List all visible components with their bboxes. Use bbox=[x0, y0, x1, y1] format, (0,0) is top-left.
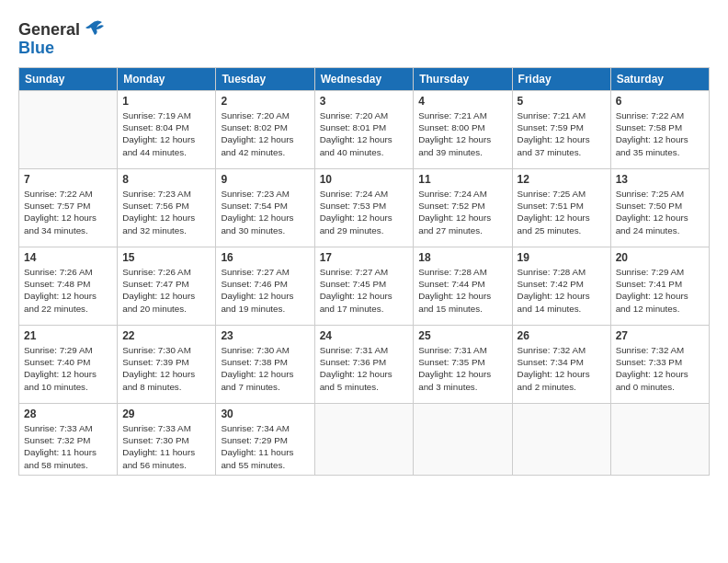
day-number: 3 bbox=[320, 95, 409, 108]
day-header-wednesday: Wednesday bbox=[314, 68, 414, 91]
logo-general: General bbox=[18, 20, 80, 40]
week-row-3: 14Sunrise: 7:26 AM Sunset: 7:48 PM Dayli… bbox=[19, 247, 710, 326]
week-row-2: 7Sunrise: 7:22 AM Sunset: 7:57 PM Daylig… bbox=[19, 169, 710, 247]
day-number: 17 bbox=[320, 251, 409, 264]
day-info: Sunrise: 7:32 AM Sunset: 7:34 PM Dayligh… bbox=[518, 344, 606, 393]
day-info: Sunrise: 7:27 AM Sunset: 7:46 PM Dayligh… bbox=[221, 266, 309, 315]
logo: General Blue bbox=[18, 17, 108, 58]
day-number: 4 bbox=[418, 95, 506, 108]
day-number: 8 bbox=[122, 173, 210, 186]
day-number: 28 bbox=[24, 408, 112, 420]
day-info: Sunrise: 7:30 AM Sunset: 7:39 PM Dayligh… bbox=[122, 344, 210, 393]
calendar-cell: 26Sunrise: 7:32 AM Sunset: 7:34 PM Dayli… bbox=[512, 326, 610, 404]
day-info: Sunrise: 7:34 AM Sunset: 7:29 PM Dayligh… bbox=[221, 422, 309, 471]
day-info: Sunrise: 7:20 AM Sunset: 8:01 PM Dayligh… bbox=[320, 109, 409, 158]
day-info: Sunrise: 7:22 AM Sunset: 7:57 PM Dayligh… bbox=[24, 188, 112, 236]
day-number: 14 bbox=[24, 251, 112, 264]
calendar-cell: 13Sunrise: 7:25 AM Sunset: 7:50 PM Dayli… bbox=[610, 169, 709, 247]
calendar-cell: 30Sunrise: 7:34 AM Sunset: 7:29 PM Dayli… bbox=[216, 404, 314, 476]
day-number: 6 bbox=[616, 95, 704, 108]
day-info: Sunrise: 7:19 AM Sunset: 8:04 PM Dayligh… bbox=[122, 109, 210, 158]
day-number: 21 bbox=[24, 329, 112, 342]
calendar-cell: 29Sunrise: 7:33 AM Sunset: 7:30 PM Dayli… bbox=[118, 404, 216, 476]
calendar-cell: 12Sunrise: 7:25 AM Sunset: 7:51 PM Dayli… bbox=[512, 169, 610, 247]
day-number: 13 bbox=[616, 173, 704, 186]
header: General Blue bbox=[18, 17, 710, 58]
week-row-1: 1Sunrise: 7:19 AM Sunset: 8:04 PM Daylig… bbox=[19, 91, 710, 169]
day-header-monday: Monday bbox=[118, 68, 216, 91]
week-row-5: 28Sunrise: 7:33 AM Sunset: 7:32 PM Dayli… bbox=[19, 404, 710, 476]
calendar-cell: 7Sunrise: 7:22 AM Sunset: 7:57 PM Daylig… bbox=[19, 169, 118, 247]
calendar-cell: 11Sunrise: 7:24 AM Sunset: 7:52 PM Dayli… bbox=[414, 169, 512, 247]
calendar-cell: 27Sunrise: 7:32 AM Sunset: 7:33 PM Dayli… bbox=[610, 326, 709, 404]
calendar-cell: 19Sunrise: 7:28 AM Sunset: 7:42 PM Dayli… bbox=[512, 247, 610, 326]
day-number: 2 bbox=[221, 95, 309, 108]
calendar-cell: 16Sunrise: 7:27 AM Sunset: 7:46 PM Dayli… bbox=[216, 247, 314, 326]
day-number: 20 bbox=[616, 251, 704, 264]
day-info: Sunrise: 7:33 AM Sunset: 7:32 PM Dayligh… bbox=[24, 422, 112, 471]
day-number: 11 bbox=[418, 173, 506, 186]
day-info: Sunrise: 7:31 AM Sunset: 7:35 PM Dayligh… bbox=[418, 344, 506, 393]
day-info: Sunrise: 7:26 AM Sunset: 7:48 PM Dayligh… bbox=[24, 266, 112, 315]
calendar-cell: 5Sunrise: 7:21 AM Sunset: 7:59 PM Daylig… bbox=[512, 91, 610, 169]
day-info: Sunrise: 7:21 AM Sunset: 7:59 PM Dayligh… bbox=[518, 109, 606, 158]
calendar-cell bbox=[19, 91, 118, 169]
calendar-cell: 28Sunrise: 7:33 AM Sunset: 7:32 PM Dayli… bbox=[19, 404, 118, 476]
calendar-cell: 15Sunrise: 7:26 AM Sunset: 7:47 PM Dayli… bbox=[118, 247, 216, 326]
day-info: Sunrise: 7:28 AM Sunset: 7:44 PM Dayligh… bbox=[418, 266, 506, 315]
header-row: SundayMondayTuesdayWednesdayThursdayFrid… bbox=[19, 68, 710, 91]
calendar-cell: 14Sunrise: 7:26 AM Sunset: 7:48 PM Dayli… bbox=[19, 247, 118, 326]
calendar-cell: 24Sunrise: 7:31 AM Sunset: 7:36 PM Dayli… bbox=[314, 326, 414, 404]
day-number: 16 bbox=[221, 251, 309, 264]
calendar-cell: 18Sunrise: 7:28 AM Sunset: 7:44 PM Dayli… bbox=[414, 247, 512, 326]
day-info: Sunrise: 7:23 AM Sunset: 7:56 PM Dayligh… bbox=[122, 188, 210, 236]
calendar-cell: 8Sunrise: 7:23 AM Sunset: 7:56 PM Daylig… bbox=[118, 169, 216, 247]
day-info: Sunrise: 7:31 AM Sunset: 7:36 PM Dayligh… bbox=[320, 344, 409, 393]
day-header-sunday: Sunday bbox=[19, 68, 118, 91]
calendar-cell bbox=[314, 404, 414, 476]
calendar-cell: 3Sunrise: 7:20 AM Sunset: 8:01 PM Daylig… bbox=[314, 91, 414, 169]
day-info: Sunrise: 7:25 AM Sunset: 7:51 PM Dayligh… bbox=[518, 188, 606, 236]
day-info: Sunrise: 7:20 AM Sunset: 8:02 PM Dayligh… bbox=[221, 109, 309, 158]
day-number: 25 bbox=[418, 329, 506, 342]
day-number: 5 bbox=[518, 95, 606, 108]
day-number: 26 bbox=[518, 329, 606, 342]
day-number: 9 bbox=[221, 173, 309, 186]
calendar-cell: 22Sunrise: 7:30 AM Sunset: 7:39 PM Dayli… bbox=[118, 326, 216, 404]
calendar-cell: 2Sunrise: 7:20 AM Sunset: 8:02 PM Daylig… bbox=[216, 91, 314, 169]
day-info: Sunrise: 7:33 AM Sunset: 7:30 PM Dayligh… bbox=[122, 422, 210, 471]
day-info: Sunrise: 7:32 AM Sunset: 7:33 PM Dayligh… bbox=[616, 344, 704, 393]
day-info: Sunrise: 7:29 AM Sunset: 7:40 PM Dayligh… bbox=[24, 344, 112, 393]
day-info: Sunrise: 7:24 AM Sunset: 7:52 PM Dayligh… bbox=[418, 188, 506, 236]
day-info: Sunrise: 7:23 AM Sunset: 7:54 PM Dayligh… bbox=[221, 188, 309, 236]
calendar-cell bbox=[512, 404, 610, 476]
day-info: Sunrise: 7:25 AM Sunset: 7:50 PM Dayligh… bbox=[616, 188, 704, 236]
day-info: Sunrise: 7:21 AM Sunset: 8:00 PM Dayligh… bbox=[418, 109, 506, 158]
day-info: Sunrise: 7:26 AM Sunset: 7:47 PM Dayligh… bbox=[122, 266, 210, 315]
calendar-cell: 21Sunrise: 7:29 AM Sunset: 7:40 PM Dayli… bbox=[19, 326, 118, 404]
calendar-cell: 25Sunrise: 7:31 AM Sunset: 7:35 PM Dayli… bbox=[414, 326, 512, 404]
day-info: Sunrise: 7:22 AM Sunset: 7:58 PM Dayligh… bbox=[616, 109, 704, 158]
day-number: 24 bbox=[320, 329, 409, 342]
calendar-cell: 23Sunrise: 7:30 AM Sunset: 7:38 PM Dayli… bbox=[216, 326, 314, 404]
day-number: 18 bbox=[418, 251, 506, 264]
day-header-friday: Friday bbox=[512, 68, 610, 91]
calendar-cell bbox=[610, 404, 709, 476]
calendar-cell: 6Sunrise: 7:22 AM Sunset: 7:58 PM Daylig… bbox=[610, 91, 709, 169]
calendar-cell: 17Sunrise: 7:27 AM Sunset: 7:45 PM Dayli… bbox=[314, 247, 414, 326]
day-number: 15 bbox=[122, 251, 210, 264]
day-header-saturday: Saturday bbox=[610, 68, 709, 91]
calendar-cell: 10Sunrise: 7:24 AM Sunset: 7:53 PM Dayli… bbox=[314, 169, 414, 247]
logo-bird-icon bbox=[82, 17, 108, 42]
week-row-4: 21Sunrise: 7:29 AM Sunset: 7:40 PM Dayli… bbox=[19, 326, 710, 404]
day-number: 29 bbox=[122, 408, 210, 420]
day-info: Sunrise: 7:29 AM Sunset: 7:41 PM Dayligh… bbox=[616, 266, 704, 315]
day-number: 7 bbox=[24, 173, 112, 186]
day-header-tuesday: Tuesday bbox=[216, 68, 314, 91]
day-info: Sunrise: 7:27 AM Sunset: 7:45 PM Dayligh… bbox=[320, 266, 409, 315]
calendar-cell: 20Sunrise: 7:29 AM Sunset: 7:41 PM Dayli… bbox=[610, 247, 709, 326]
calendar-cell: 1Sunrise: 7:19 AM Sunset: 8:04 PM Daylig… bbox=[118, 91, 216, 169]
day-number: 10 bbox=[320, 173, 409, 186]
calendar-cell: 9Sunrise: 7:23 AM Sunset: 7:54 PM Daylig… bbox=[216, 169, 314, 247]
calendar: SundayMondayTuesdayWednesdayThursdayFrid… bbox=[18, 67, 710, 476]
